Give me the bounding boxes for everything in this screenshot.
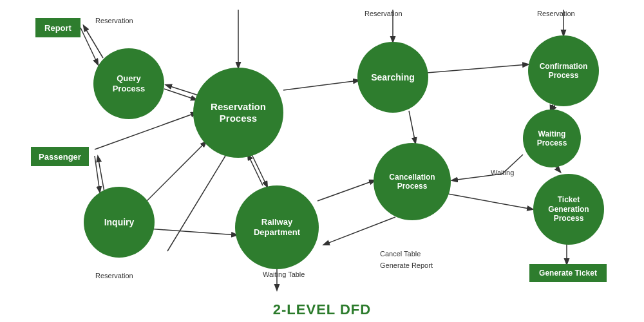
svg-line-2 [164,89,196,100]
query-process-node: QueryProcess [93,48,164,119]
svg-line-0 [80,28,98,64]
generate-ticket-entity: Generate Ticket [529,264,607,282]
svg-line-3 [166,85,198,95]
svg-line-4 [283,80,359,90]
svg-line-18 [551,105,551,109]
svg-line-12 [427,64,528,73]
generate-report-label: Generate Report [380,261,433,269]
svg-line-13 [409,111,415,143]
reservation-label-4: Reservation [95,272,133,279]
confirmation-process-node: ConfirmationProcess [528,35,599,106]
cancel-table-label: Cancel Table [380,250,421,258]
svg-line-8 [95,113,196,149]
searching-node: Searching [357,42,428,113]
ticket-generation-node: TicketGenerationProcess [533,174,604,245]
svg-line-26 [167,156,225,251]
waiting-process-node: WaitingProcess [523,109,581,167]
passenger-entity: Passenger [31,147,89,166]
cancellation-process-node: CancellationProcess [374,143,451,220]
report-entity: Report [35,18,80,37]
svg-line-10 [251,153,267,187]
reservation-label-3: Reservation [537,10,575,17]
diagram-title: 2-LEVEL DFD [0,296,644,321]
svg-line-6 [98,156,104,192]
waiting-table-label: Waiting Table [263,270,305,278]
svg-line-5 [95,156,100,192]
svg-line-9 [148,229,237,235]
svg-line-22 [317,180,375,201]
svg-line-23 [324,217,395,245]
railway-department-node: RailwayDepartment [235,185,319,269]
reservation-label-2: Reservation [365,10,402,17]
reservation-label-1: Reservation [95,17,133,24]
waiting-label: Waiting [491,169,514,176]
svg-line-7 [145,142,206,203]
inquiry-node: Inquiry [84,187,155,258]
svg-line-1 [84,26,103,58]
svg-line-21 [444,193,533,209]
reservation-process-node: Reservation Process [193,68,283,158]
svg-line-11 [248,155,263,185]
